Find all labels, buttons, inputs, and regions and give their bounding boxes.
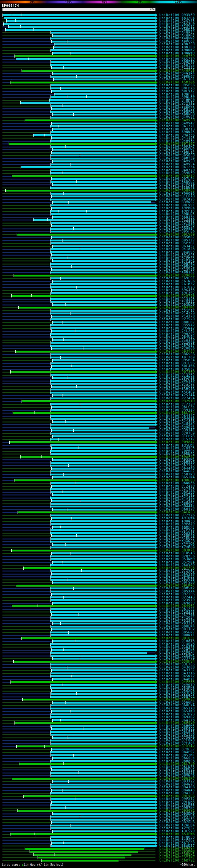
hit-bar[interactable]: [50, 532, 156, 534]
hit-bar[interactable]: [50, 620, 156, 622]
hit-bar[interactable]: [51, 398, 156, 399]
hit-bar[interactable]: [14, 722, 156, 724]
hit-bar[interactable]: [51, 336, 156, 338]
hit-bar[interactable]: [51, 608, 156, 610]
hit-bar[interactable]: [51, 90, 156, 92]
hit-bar[interactable]: [51, 468, 156, 470]
hit-bar[interactable]: [13, 275, 156, 277]
hit-bar[interactable]: [51, 163, 156, 165]
hit-bar[interactable]: [51, 406, 156, 408]
hit-bar[interactable]: [51, 108, 156, 110]
hit-bar[interactable]: [50, 333, 156, 335]
hit-bar[interactable]: [51, 819, 156, 820]
hit-bar[interactable]: [50, 696, 156, 698]
hit-bar[interactable]: [4, 17, 156, 19]
hit-bar[interactable]: [23, 567, 156, 569]
hit-bar[interactable]: [5, 190, 156, 191]
hit-bar[interactable]: [51, 117, 156, 119]
hit-bar[interactable]: [52, 260, 156, 262]
hit-bar[interactable]: [52, 73, 156, 74]
hit-bar[interactable]: [51, 705, 156, 706]
hit-bar[interactable]: [20, 102, 156, 104]
hit-bar[interactable]: [51, 310, 156, 312]
hit-bar[interactable]: [51, 725, 156, 727]
hit-bar[interactable]: [50, 716, 156, 718]
hit-bar[interactable]: [51, 713, 156, 715]
hit-bar[interactable]: [51, 433, 156, 434]
hit-bar[interactable]: [51, 470, 156, 472]
hit-bar[interactable]: [50, 576, 156, 578]
hit-bar[interactable]: [51, 485, 156, 487]
hit-bar[interactable]: [52, 509, 156, 510]
hit-bar[interactable]: [51, 482, 156, 484]
hit-bar[interactable]: [51, 61, 156, 63]
hit-bar[interactable]: [51, 430, 156, 431]
hit-bar[interactable]: [51, 515, 156, 516]
hit-bar[interactable]: [51, 599, 156, 601]
hit-bar[interactable]: [51, 181, 156, 183]
hit-bar[interactable]: [52, 476, 156, 478]
hit-bar[interactable]: [52, 321, 156, 323]
hit-bar[interactable]: [52, 737, 156, 739]
hit-bar[interactable]: [25, 120, 156, 121]
hit-bar[interactable]: [51, 462, 156, 464]
hit-bar[interactable]: [51, 842, 156, 844]
hit-bar[interactable]: [50, 652, 147, 654]
hit-bar[interactable]: [50, 465, 156, 466]
hit-bar[interactable]: [51, 277, 156, 279]
hit-bar[interactable]: [50, 816, 156, 817]
hit-bar[interactable]: [51, 237, 156, 238]
hit-bar[interactable]: [52, 149, 156, 151]
hit-bar[interactable]: [51, 766, 156, 768]
hit-bar[interactable]: [50, 687, 156, 689]
hit-bar[interactable]: [50, 356, 156, 359]
hit-bar[interactable]: [51, 269, 156, 271]
hit-bar[interactable]: [51, 666, 156, 669]
hit-bar[interactable]: [52, 658, 156, 659]
hit-bar[interactable]: [6, 20, 156, 22]
hit-bar[interactable]: [50, 772, 156, 774]
hit-bar[interactable]: [10, 371, 156, 373]
hit-bar[interactable]: [50, 64, 156, 66]
hit-bar[interactable]: [51, 558, 156, 560]
hit-bar[interactable]: [50, 731, 156, 733]
hit-bar[interactable]: [52, 582, 156, 584]
hit-bar[interactable]: [51, 283, 156, 285]
hit-bar[interactable]: [51, 105, 156, 107]
hit-bar[interactable]: [53, 79, 156, 81]
hit-bar[interactable]: [51, 628, 156, 630]
hit-bar[interactable]: [52, 831, 156, 832]
hit-bar[interactable]: [50, 792, 156, 794]
hit-bar[interactable]: [50, 751, 156, 753]
hit-bar[interactable]: [51, 500, 156, 502]
hit-bar[interactable]: [41, 860, 119, 862]
hit-bar[interactable]: [38, 857, 125, 859]
hit-bar[interactable]: [51, 845, 156, 847]
hit-bar[interactable]: [10, 82, 156, 84]
hit-bar[interactable]: [52, 359, 156, 361]
hit-bar[interactable]: [51, 786, 156, 788]
hit-bar[interactable]: [51, 146, 156, 148]
hit-bar[interactable]: [50, 488, 156, 490]
hit-bar[interactable]: [10, 681, 156, 683]
hit-bar[interactable]: [50, 272, 156, 273]
hit-bar[interactable]: [51, 673, 156, 674]
hit-bar[interactable]: [52, 202, 151, 203]
hit-bar[interactable]: [52, 395, 156, 396]
hit-bar[interactable]: [52, 459, 156, 461]
hit-bar[interactable]: [52, 52, 156, 54]
hit-bar[interactable]: [51, 96, 156, 98]
hit-bar[interactable]: [51, 655, 156, 657]
hit-bar[interactable]: [23, 795, 156, 797]
hit-bar[interactable]: [51, 728, 156, 730]
hit-bar[interactable]: [52, 623, 156, 624]
hit-bar[interactable]: [51, 801, 156, 803]
hit-bar[interactable]: [51, 152, 156, 154]
hit-bar[interactable]: [12, 175, 156, 177]
hit-bar[interactable]: [52, 339, 156, 341]
hit-bar[interactable]: [51, 538, 156, 540]
hit-bar[interactable]: [10, 833, 156, 835]
hit-bar[interactable]: [50, 187, 156, 189]
hit-bar[interactable]: [21, 166, 156, 168]
hit-bar[interactable]: [33, 219, 156, 221]
